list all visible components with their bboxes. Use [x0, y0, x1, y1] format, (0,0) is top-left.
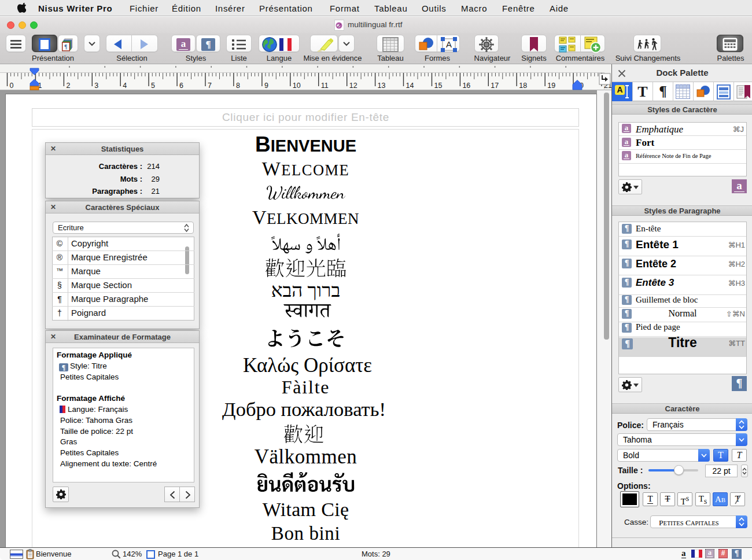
- svg-text:12: 12: [349, 82, 357, 90]
- svg-text:¶: ¶: [64, 43, 67, 50]
- svg-text:16: 16: [462, 82, 470, 90]
- svg-text:A: A: [446, 39, 452, 49]
- svg-text:5: 5: [151, 82, 155, 90]
- svg-text:18: 18: [519, 82, 527, 90]
- svg-text:0: 0: [10, 82, 14, 90]
- svg-text:4: 4: [123, 82, 127, 90]
- svg-text:19: 19: [547, 82, 555, 90]
- svg-text:17: 17: [491, 82, 499, 90]
- svg-text:9: 9: [264, 82, 268, 90]
- svg-text:11: 11: [321, 82, 329, 90]
- svg-text:15: 15: [434, 82, 443, 90]
- svg-text:6: 6: [179, 82, 183, 90]
- svg-text:14: 14: [406, 82, 414, 90]
- svg-text:8: 8: [236, 82, 240, 90]
- svg-text:7: 7: [208, 82, 212, 90]
- svg-text:10: 10: [293, 82, 301, 90]
- svg-text:13: 13: [378, 82, 386, 90]
- svg-text:3: 3: [94, 82, 98, 90]
- svg-text:2: 2: [66, 82, 70, 90]
